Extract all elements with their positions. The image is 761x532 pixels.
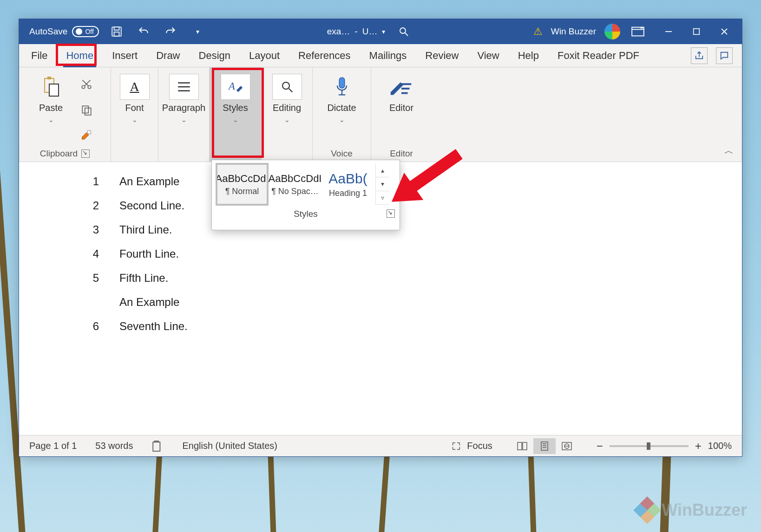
status-words[interactable]: 53 words xyxy=(95,441,133,451)
tab-draw[interactable]: Draw xyxy=(153,48,183,64)
tab-references[interactable]: References xyxy=(295,48,354,64)
warning-icon[interactable]: ⚠ xyxy=(533,26,543,38)
tab-view[interactable]: View xyxy=(474,48,502,64)
status-bar: Page 1 of 1 53 words English (United Sta… xyxy=(19,435,742,456)
decorative-palm xyxy=(528,455,537,532)
decorative-palm xyxy=(378,455,390,532)
status-language[interactable]: English (United States) xyxy=(182,441,277,451)
styles-dialog-launcher[interactable] xyxy=(387,209,395,218)
svg-rect-36 xyxy=(541,442,548,450)
line-text[interactable]: Fifth Line. xyxy=(119,272,168,284)
svg-rect-35 xyxy=(523,442,527,450)
copy-button[interactable] xyxy=(77,101,96,119)
svg-rect-33 xyxy=(153,442,160,451)
line-text[interactable]: An Example xyxy=(119,176,179,187)
paragraph-dropdown[interactable]: Paragraph ⌄ xyxy=(158,73,209,124)
document-title[interactable]: exa… - U… ▾ xyxy=(327,26,386,37)
paste-icon xyxy=(40,76,62,98)
chevron-down-icon: ⌄ xyxy=(284,116,290,123)
tab-mailings[interactable]: Mailings xyxy=(367,48,410,64)
line-text[interactable]: Fourth Line. xyxy=(119,248,179,260)
chevron-down-icon: ▾ xyxy=(382,28,385,35)
close-button[interactable] xyxy=(711,22,737,41)
styles-gallery-label: Styles xyxy=(294,209,318,219)
minimize-button[interactable] xyxy=(656,22,682,41)
editor-group-label: Editor xyxy=(390,149,413,159)
avatar[interactable] xyxy=(604,24,620,39)
svg-rect-18 xyxy=(82,106,88,113)
format-painter-button[interactable] xyxy=(77,127,96,145)
decorative-palm xyxy=(268,455,277,532)
line-number xyxy=(91,297,99,308)
font-dropdown[interactable]: A Font ⌄ xyxy=(116,73,153,124)
autosave-label: AutoSave xyxy=(29,26,67,37)
line-number: 5 xyxy=(91,272,99,284)
qat-customize-button[interactable]: ▾ xyxy=(188,22,207,41)
focus-mode-button[interactable]: Focus xyxy=(451,441,492,451)
editor-button[interactable]: Editor xyxy=(382,73,420,114)
user-name[interactable]: Win Buzzer xyxy=(551,26,596,37)
tab-foxit[interactable]: Foxit Reader PDF xyxy=(555,48,642,64)
zoom-in-button[interactable]: + xyxy=(695,440,702,453)
gallery-scroll-up[interactable]: ▴ xyxy=(376,164,389,177)
svg-rect-8 xyxy=(694,29,700,35)
chevron-down-icon: ⌄ xyxy=(132,116,138,123)
autosave-toggle[interactable]: Off xyxy=(72,26,99,37)
svg-text:A: A xyxy=(227,80,235,92)
tab-design[interactable]: Design xyxy=(196,48,233,64)
maximize-button[interactable] xyxy=(683,22,709,41)
zoom-level[interactable]: 100% xyxy=(708,441,732,451)
ribbon-display-options[interactable] xyxy=(629,22,647,41)
autosave-state: Off xyxy=(85,28,93,35)
svg-rect-12 xyxy=(47,77,51,79)
svg-line-4 xyxy=(405,33,408,36)
tab-layout[interactable]: Layout xyxy=(246,48,282,64)
line-text[interactable]: Second Line. xyxy=(119,200,184,211)
style-heading-1[interactable]: AaBb( Heading 1 xyxy=(322,164,374,205)
clipboard-dialog-launcher[interactable] xyxy=(81,149,90,158)
style-normal[interactable]: AaBbCcDdI ¶ Normal xyxy=(216,164,268,205)
tab-file[interactable]: File xyxy=(28,48,50,64)
line-text[interactable]: Third Line. xyxy=(119,224,172,235)
cut-button[interactable] xyxy=(77,75,96,93)
tab-review[interactable]: Review xyxy=(422,48,461,64)
style-no-spacing[interactable]: AaBbCcDdI ¶ No Spac… xyxy=(269,164,321,205)
comments-button[interactable] xyxy=(716,47,733,64)
font-icon: A xyxy=(130,79,139,94)
line-number: 6 xyxy=(91,321,99,332)
svg-rect-34 xyxy=(518,442,522,450)
editor-icon xyxy=(388,77,415,97)
line-number: 3 xyxy=(91,224,99,235)
styles-icon: A xyxy=(227,79,244,95)
save-button[interactable] xyxy=(107,22,126,41)
status-page[interactable]: Page 1 of 1 xyxy=(29,441,77,451)
editing-dropdown[interactable]: Editing ⌄ xyxy=(269,73,306,124)
zoom-slider[interactable] xyxy=(610,445,689,447)
line-text[interactable]: Seventh Line. xyxy=(119,321,188,332)
print-layout-view[interactable] xyxy=(533,438,556,454)
redo-button[interactable] xyxy=(161,22,180,41)
search-button[interactable] xyxy=(394,22,413,41)
undo-button[interactable] xyxy=(134,22,153,41)
svg-point-25 xyxy=(282,82,289,89)
paste-button[interactable]: Paste ⌄ xyxy=(34,73,68,124)
line-number: 2 xyxy=(91,200,99,211)
zoom-out-button[interactable]: − xyxy=(597,440,603,453)
tab-home[interactable]: Home xyxy=(63,48,96,64)
web-layout-view[interactable] xyxy=(556,438,578,454)
chevron-down-icon: ⌄ xyxy=(181,116,187,123)
chevron-down-icon: ⌄ xyxy=(233,116,238,123)
dictate-button[interactable]: Dictate ⌄ xyxy=(323,73,360,124)
styles-dropdown[interactable]: A Styles ⌄ xyxy=(217,73,254,124)
clipboard-group-label: Clipboard xyxy=(40,149,78,159)
tab-insert[interactable]: Insert xyxy=(109,48,140,64)
read-mode-view[interactable] xyxy=(511,438,533,454)
spellcheck-button[interactable] xyxy=(151,440,164,452)
line-text[interactable]: An Example xyxy=(119,297,179,308)
search-icon xyxy=(280,80,294,94)
collapse-ribbon-button[interactable]: ︿ xyxy=(724,144,734,157)
tab-help[interactable]: Help xyxy=(515,48,542,64)
share-button[interactable] xyxy=(691,47,708,64)
watermark: WinBuzzer xyxy=(637,500,747,520)
svg-line-26 xyxy=(289,89,292,92)
